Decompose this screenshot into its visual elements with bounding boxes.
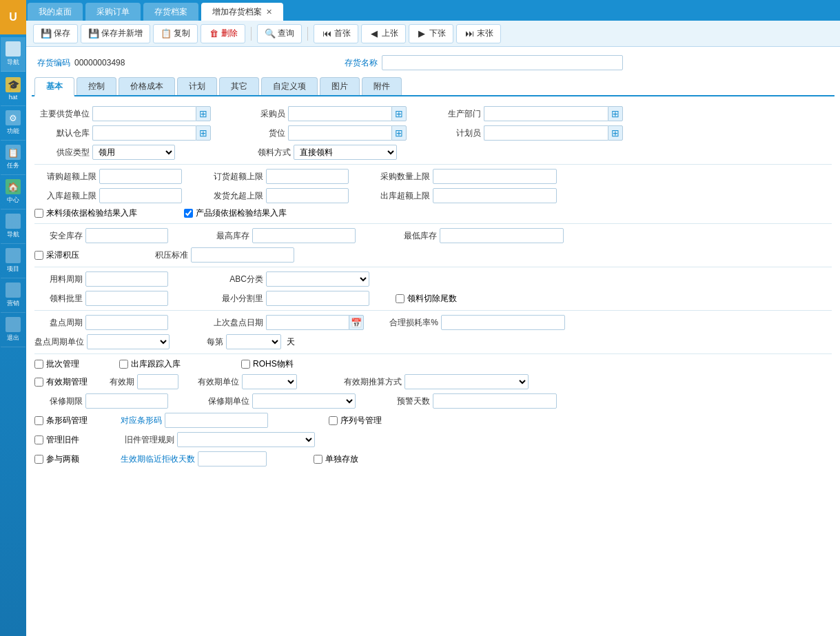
validity-unit-select[interactable]: 天 月 年 — [242, 374, 297, 389]
receive-method-select[interactable]: 直接领料 批量领料 按需领料 — [294, 145, 397, 160]
tab-desktop[interactable]: 我的桌面 — [28, 3, 83, 21]
purchase-over-input[interactable] — [99, 169, 182, 184]
tab-plan[interactable]: 计划 — [177, 77, 217, 95]
order-over-input[interactable] — [266, 169, 349, 184]
backlog-checkbox[interactable]: 采滞积压 — [34, 249, 79, 261]
barcode-mgmt-input[interactable] — [34, 416, 43, 425]
validity-input[interactable] — [137, 374, 178, 389]
warranty-unit-select[interactable]: 天 月 年 — [252, 393, 356, 409]
main-supplier-input[interactable] — [92, 106, 196, 121]
sidebar-item-function[interactable]: ⚙ 功能 — [1, 106, 25, 141]
old-parts-rule-select[interactable]: 规则1 规则2 — [177, 432, 315, 447]
product-check-checkbox[interactable]: 产品须依据检验结果入库 — [184, 207, 287, 219]
last-stocktake-calendar-button[interactable]: 📅 — [349, 315, 364, 330]
batch-mgmt-input[interactable] — [34, 360, 43, 369]
outbound-over-input[interactable] — [433, 188, 557, 203]
trim-checkbox[interactable]: 领料切除尾数 — [396, 293, 457, 305]
carry-over-checkbox[interactable]: 参与两额 — [34, 453, 79, 465]
buyer-input[interactable] — [288, 106, 391, 121]
batch-mgmt-checkbox[interactable]: 批次管理 — [34, 358, 79, 370]
location-input[interactable] — [288, 125, 391, 141]
validity-calc-select[interactable]: 生产日期推算 入库日期推算 — [404, 374, 529, 389]
safe-stock-input[interactable] — [85, 228, 168, 243]
serial-mgmt-checkbox[interactable]: 序列号管理 — [329, 415, 382, 427]
tab-price-cost[interactable]: 价格成本 — [119, 77, 175, 95]
sidebar-item-nav2[interactable]: 导航 — [1, 209, 25, 244]
next-button[interactable]: ▶ 下张 — [409, 24, 453, 43]
rohs-checkbox[interactable]: ROHS物料 — [241, 358, 294, 370]
production-dept-lookup-button[interactable]: ⊞ — [608, 106, 623, 121]
warehouse-lookup-button[interactable]: ⊞ — [196, 125, 211, 141]
delete-button[interactable]: 🗑 删除 — [201, 24, 245, 43]
trim-input[interactable] — [396, 294, 404, 303]
min-stock-input[interactable] — [440, 228, 564, 243]
tab-close-icon[interactable]: ✕ — [266, 8, 272, 17]
prev-button[interactable]: ◀ 上张 — [361, 24, 406, 43]
max-stock-input[interactable] — [252, 228, 356, 243]
delivery-over-input[interactable] — [266, 188, 349, 203]
purchase-qty-limit-input[interactable] — [433, 169, 557, 184]
pressure-std-input[interactable] — [191, 247, 294, 263]
rohs-input[interactable] — [241, 360, 250, 369]
receive-batch-input[interactable] — [85, 291, 168, 306]
old-parts-mgmt-checkbox[interactable]: 管理旧件 — [34, 434, 79, 446]
sidebar-item-hat[interactable]: 🎓 hat — [1, 72, 25, 106]
serial-mgmt-input[interactable] — [329, 416, 338, 425]
every-select[interactable]: 1 2 — [226, 334, 281, 349]
abc-class-select[interactable]: A B C — [266, 271, 369, 287]
buyer-lookup-button[interactable]: ⊞ — [391, 106, 407, 121]
material-check-checkbox[interactable]: 来料须依据检验结果入库 — [34, 207, 137, 219]
loss-rate-input[interactable] — [441, 315, 565, 330]
stocktake-cycle-input[interactable] — [85, 315, 168, 330]
tab-basic[interactable]: 基本 — [34, 77, 74, 96]
sidebar-item-exit[interactable]: 退出 — [1, 313, 25, 347]
carry-over-input[interactable] — [34, 455, 43, 464]
barcode-input[interactable] — [165, 413, 268, 428]
sidebar-item-sale[interactable]: 营销 — [1, 278, 25, 313]
tab-other[interactable]: 其它 — [219, 77, 259, 95]
validity-mgmt-checkbox[interactable]: 有效期管理 — [34, 376, 88, 388]
warehouse-input[interactable] — [92, 125, 196, 141]
last-stocktake-input[interactable] — [266, 315, 349, 330]
supply-type-select[interactable]: 领用 采购 委外 — [92, 145, 175, 160]
tab-attachment[interactable]: 附件 — [362, 77, 402, 95]
name-input[interactable] — [382, 55, 623, 70]
save-new-button[interactable]: 💾 保存并新增 — [81, 24, 150, 43]
min-split-input[interactable] — [266, 291, 369, 306]
material-cycle-input[interactable] — [85, 271, 168, 287]
near-expiry-input[interactable] — [198, 451, 267, 466]
stocktake-unit-select[interactable]: 天 月 — [87, 334, 170, 349]
planner-input[interactable] — [484, 125, 608, 141]
old-parts-mgmt-input[interactable] — [34, 435, 43, 444]
production-dept-input[interactable] — [484, 106, 608, 121]
tab-image[interactable]: 图片 — [320, 77, 360, 95]
sidebar-item-center[interactable]: 🏠 中心 — [1, 175, 25, 209]
tab-inventory[interactable]: 存货档案 — [143, 3, 198, 21]
outbound-track-input[interactable] — [119, 360, 128, 369]
unique-supply-input[interactable] — [314, 455, 322, 464]
copy-button[interactable]: 📋 复制 — [153, 24, 198, 43]
outbound-track-checkbox[interactable]: 出库跟踪入库 — [119, 358, 181, 370]
validity-mgmt-input[interactable] — [34, 378, 43, 387]
tab-purchase-order[interactable]: 采购订单 — [85, 3, 141, 21]
barcode-mgmt-checkbox[interactable]: 条形码管理 — [34, 415, 88, 427]
product-check-input[interactable] — [184, 209, 193, 218]
sidebar-item-project[interactable]: 项目 — [1, 244, 25, 278]
warranty-input[interactable] — [85, 393, 168, 409]
material-check-input[interactable] — [34, 209, 43, 218]
save-button[interactable]: 💾 保存 — [33, 24, 78, 43]
query-button[interactable]: 🔍 查询 — [257, 24, 302, 43]
sidebar-item-task[interactable]: 📋 任务 — [1, 141, 25, 175]
backlog-input[interactable] — [34, 251, 43, 260]
last-button[interactable]: ⏭ 末张 — [456, 24, 501, 43]
sidebar-item-nav[interactable]: 导航 — [1, 37, 25, 72]
tab-custom[interactable]: 自定义项 — [261, 77, 318, 95]
planner-lookup-button[interactable]: ⊞ — [608, 125, 623, 141]
tab-control[interactable]: 控制 — [76, 77, 116, 95]
unique-supply-checkbox[interactable]: 单独存放 — [314, 453, 358, 465]
tab-add-inventory[interactable]: 增加存货档案 ✕ — [201, 3, 283, 21]
warning-days-input[interactable] — [433, 393, 557, 409]
inbound-over-input[interactable] — [99, 188, 182, 203]
first-button[interactable]: ⏮ 首张 — [314, 24, 358, 43]
main-supplier-lookup-button[interactable]: ⊞ — [196, 106, 211, 121]
